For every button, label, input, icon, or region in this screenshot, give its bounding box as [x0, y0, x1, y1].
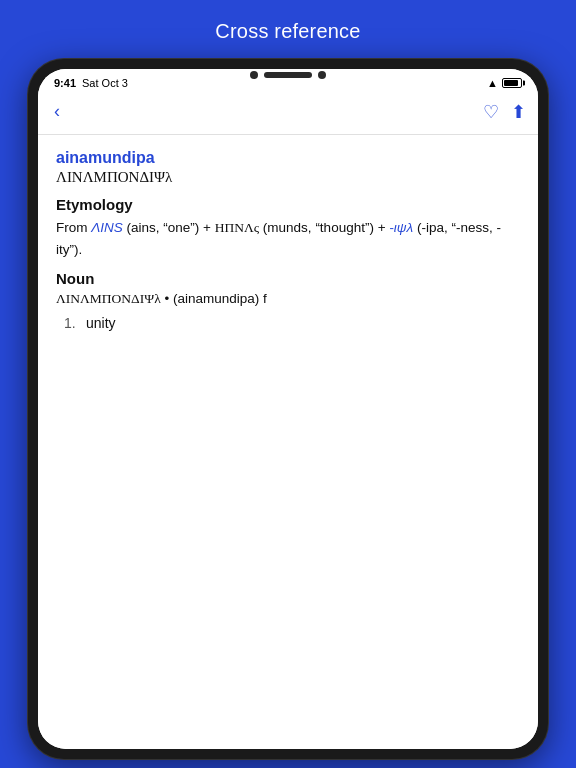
device-frame: 9:41 Sat Oct 3 ▲ ‹ ♡ ⬆ ainamundipa ΛΙΝΛΜ…: [28, 59, 548, 759]
battery-icon: [502, 78, 522, 88]
camera-dot-right: [318, 71, 326, 79]
def-text-1: unity: [86, 315, 116, 331]
heart-button[interactable]: ♡: [483, 101, 499, 123]
speaker-bar: [264, 72, 312, 78]
etym-mid-script: ΗΠΝΛς: [215, 220, 259, 235]
noun-meta-script: ΛΙΝΛΜΠΟΝΔΙΨλ: [56, 291, 161, 306]
device-screen: 9:41 Sat Oct 3 ▲ ‹ ♡ ⬆ ainamundipa ΛΙΝΛΜ…: [38, 69, 538, 749]
noun-meta: ΛΙΝΛΜΠΟΝΔΙΨλ • (ainamundipa) f: [56, 291, 520, 307]
def-number-1: 1.: [64, 315, 80, 331]
word-title: ainamundipa: [56, 149, 520, 167]
status-date: Sat Oct 3: [82, 77, 128, 89]
status-icons: ▲: [487, 77, 522, 89]
back-button[interactable]: ‹: [50, 97, 64, 126]
noun-heading: Noun: [56, 270, 520, 287]
noun-meta-bullet: • (ainamundipa) f: [165, 291, 267, 306]
camera-dot: [250, 71, 258, 79]
etymology-text: From ΛΙΝS (ains, “one”) + ΗΠΝΛς (munds, …: [56, 217, 520, 260]
etym-mid-roman: (munds, “thought”) +: [263, 220, 389, 235]
nav-bar: ‹ ♡ ⬆: [38, 93, 538, 135]
content-area: ainamundipa ΛΙΝΛΜΠΟΝΔΙΨλ Etymology From …: [38, 135, 538, 749]
share-button[interactable]: ⬆: [511, 101, 526, 123]
page-header: Cross reference: [0, 0, 576, 59]
etym-prefix-roman: (ains, “one”) +: [127, 220, 215, 235]
etym-link-suffix[interactable]: -ιψλ: [389, 220, 413, 235]
word-script: ΛΙΝΛΜΠΟΝΔΙΨλ: [56, 169, 520, 186]
definition-list: 1. unity: [64, 315, 520, 331]
etymology-heading: Etymology: [56, 196, 520, 213]
page-title: Cross reference: [215, 20, 360, 43]
nav-actions: ♡ ⬆: [483, 101, 526, 123]
definition-item-1: 1. unity: [64, 315, 520, 331]
device-notch: [250, 71, 326, 79]
status-time: 9:41: [54, 77, 76, 89]
etym-link-prefix[interactable]: ΛΙΝS: [91, 220, 123, 235]
noun-section: Noun ΛΙΝΛΜΠΟΝΔΙΨλ • (ainamundipa) f 1. u…: [56, 270, 520, 331]
wifi-icon: ▲: [487, 77, 498, 89]
